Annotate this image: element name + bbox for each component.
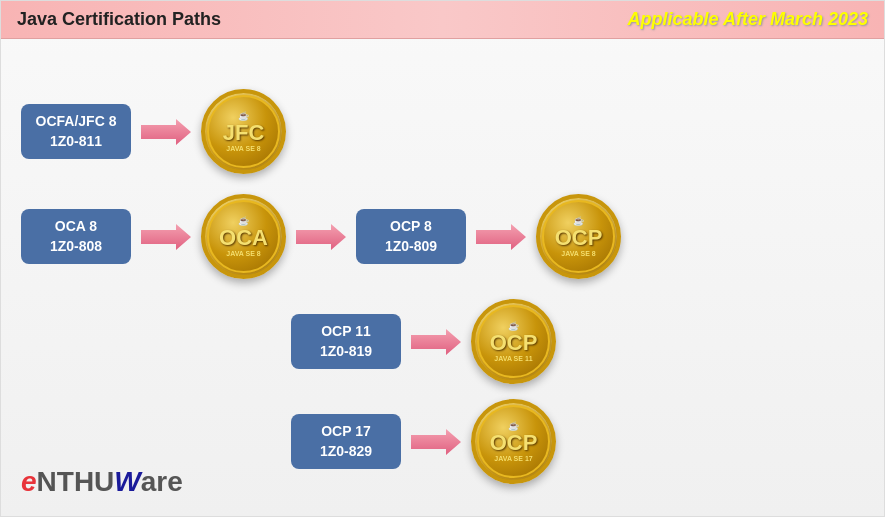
row-jfc: OCFA/JFC 8 1Z0-811 ☕ JFC bbox=[21, 89, 286, 174]
medal-jfc: ☕ JFC JAVA SE 8 bbox=[201, 89, 286, 174]
logo: e NTHU W are bbox=[21, 466, 183, 498]
page-container: Java Certification Paths Applicable Afte… bbox=[0, 0, 885, 517]
logo-are: are bbox=[141, 466, 183, 498]
arrow-ocp17 bbox=[411, 427, 461, 457]
label-jfc: OCFA/JFC 8 1Z0-811 bbox=[21, 104, 131, 159]
row-ocp11: OCP 11 1Z0-819 ☕ OCP JAVA SE 11 bbox=[291, 299, 556, 384]
logo-nthu: NTHU bbox=[37, 466, 115, 498]
label-ocp8: OCP 8 1Z0-809 bbox=[356, 209, 466, 264]
page-title: Java Certification Paths bbox=[17, 9, 221, 30]
label-oca: OCA 8 1Z0-808 bbox=[21, 209, 131, 264]
svg-marker-5 bbox=[411, 429, 461, 455]
page-subtitle: Applicable After March 2023 bbox=[628, 9, 868, 30]
header: Java Certification Paths Applicable Afte… bbox=[1, 1, 884, 39]
medal-ocp11: ☕ OCP JAVA SE 11 bbox=[471, 299, 556, 384]
logo-w: W bbox=[114, 466, 140, 498]
arrow-ocp8 bbox=[476, 222, 526, 252]
row-ocp17: OCP 17 1Z0-829 ☕ OCP JAVA SE 17 bbox=[291, 399, 556, 484]
main-content: OCFA/JFC 8 1Z0-811 ☕ JFC bbox=[1, 39, 884, 512]
svg-marker-2 bbox=[296, 224, 346, 250]
arrow-oca-2 bbox=[296, 222, 346, 252]
label-ocp11: OCP 11 1Z0-819 bbox=[291, 314, 401, 369]
arrow-oca bbox=[141, 222, 191, 252]
arrow-ocp11 bbox=[411, 327, 461, 357]
svg-marker-1 bbox=[141, 224, 191, 250]
label-ocp17: OCP 17 1Z0-829 bbox=[291, 414, 401, 469]
svg-marker-4 bbox=[411, 329, 461, 355]
svg-marker-0 bbox=[141, 119, 191, 145]
medal-oca: ☕ OCA JAVA SE 8 bbox=[201, 194, 286, 279]
svg-marker-3 bbox=[476, 224, 526, 250]
row-oca: OCA 8 1Z0-808 ☕ OCA JAVA SE 8 bbox=[21, 194, 621, 279]
arrow-jfc bbox=[141, 117, 191, 147]
logo-e: e bbox=[21, 466, 37, 498]
medal-ocp17: ☕ OCP JAVA SE 17 bbox=[471, 399, 556, 484]
medal-ocp8: ☕ OCP JAVA SE 8 bbox=[536, 194, 621, 279]
